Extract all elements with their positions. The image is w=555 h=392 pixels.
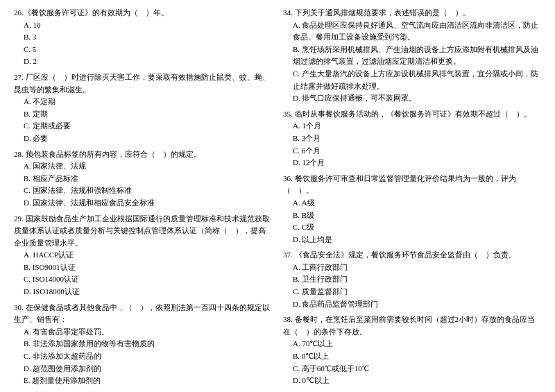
- question-36-title: 36. 餐饮服务许可审查和日常监督管理量化评价结果均为一般的，评为（ ）。: [283, 173, 541, 197]
- q37-option-b: B. 卫生行政部门: [283, 273, 541, 286]
- question-27-title: 27. 厂区应（ ）时进行除灭天害工作，要采取有效措施防止鼠类、蚊、蝇、昆虫等的…: [14, 71, 272, 96]
- question-29: 29. 国家鼓励食品生产加工企业根据国际通行的质量管理标准和技术规范获取质量体系…: [14, 213, 272, 298]
- question-28: 28. 预包装食品标签的所有内容，应符合（ ）的规定。 A. 国家法律、法规 B…: [14, 148, 272, 210]
- q38-option-b: B. 0℃以上: [283, 350, 541, 363]
- q34-option-c: C. 产生大量蒸汽的设备上方应加设机械排风排气装置，宜分隔或小间，防止结露并做好…: [283, 68, 541, 92]
- question-37: 37. 《食品安全法》规定，餐饮服务环节食品安全监督由（ ）负责。 A. 工商行…: [283, 249, 541, 310]
- q29-option-c: C. ISO14000认证: [14, 273, 272, 286]
- q38-option-c: C. 高于60℃或低于10℃: [283, 363, 541, 375]
- question-38-title: 38. 备餐时，在烹饪后至菜用前需要较长时间（超过2小时）存放的食品应当在（ ）…: [283, 314, 541, 338]
- question-34-title: 34. 下列关于通风排烟规范要求，表述错误的是（ ）。: [283, 7, 541, 19]
- q35-option-b: B. 3个月: [283, 133, 541, 145]
- q29-option-d: D. ISO18000认证: [14, 286, 272, 298]
- page-container: 26.《餐饮服务许可证》的有效期为（ ）年。 A. 10 B. 3 C. 5 D…: [0, 0, 555, 392]
- q30-option-d: D. 超范围使用添加剂的: [14, 363, 272, 375]
- q26-option-b: B. 3: [14, 31, 272, 44]
- question-26: 26.《餐饮服务许可证》的有效期为（ ）年。 A. 10 B. 3 C. 5 D…: [14, 7, 272, 68]
- question-30-title: 30. 在保健食品或者其他食品中，（ ），依照刑法第一百四十四条的规定以生产、销…: [14, 302, 272, 326]
- q27-option-d: D. 必要: [14, 133, 272, 145]
- q36-option-a: A. A级: [283, 197, 541, 210]
- q27-option-a: A. 不定期: [14, 96, 272, 108]
- q34-option-d: D. 排气口应保持通畅，可不装网罩。: [283, 92, 541, 105]
- q37-option-d: D. 食品药品监督管理部门: [283, 298, 541, 311]
- q38-option-a: A. 70℃以上: [283, 338, 541, 350]
- q34-option-a: A. 食品处理区应保持良好通风、空气流向应由清洁区流向非清洁区，防止食品、餐用加…: [283, 19, 541, 44]
- q26-option-a: A. 10: [14, 19, 272, 32]
- q26-option-d: D. 2: [14, 56, 272, 68]
- q34-option-b: B. 烹饪场所采用机械排风、产生油烟的设备上方应添加附有机械排风及油烟过滤的排气…: [283, 44, 541, 68]
- q29-option-a: A. HACCP认证: [14, 249, 272, 262]
- q28-option-b: B. 相应产品标准: [14, 173, 272, 185]
- q30-option-c: C. 非法添加太超药品的: [14, 350, 272, 363]
- question-36: 36. 餐饮服务许可审查和日常监督管理量化评价结果均为一般的，评为（ ）。 A.…: [283, 173, 541, 246]
- q37-option-a: A. 工商行政部门: [283, 262, 541, 274]
- q26-option-c: C. 5: [14, 44, 272, 56]
- question-35-title: 35. 临时从事餐饮服务活动的，《餐饮服务许可证》有效期不超过（ ）。: [283, 108, 541, 121]
- question-30: 30. 在保健食品或者其他食品中，（ ），依照刑法第一百四十四条的规定以生产、销…: [14, 302, 272, 387]
- q35-option-d: D. 12个月: [283, 157, 541, 169]
- q30-option-e: E. 超剂量使用添加剂的: [14, 375, 272, 387]
- column-right: 34. 下列关于通风排烟规范要求，表述错误的是（ ）。 A. 食品处理区应保持良…: [283, 7, 541, 392]
- q29-option-b: B. ISO9001认证: [14, 262, 272, 274]
- question-28-title: 28. 预包装食品标签的所有内容，应符合（ ）的规定。: [14, 148, 272, 161]
- q27-option-b: B. 定期: [14, 108, 272, 121]
- question-26-title: 26.《餐饮服务许可证》的有效期为（ ）年。: [14, 7, 272, 19]
- question-27: 27. 厂区应（ ）时进行除灭天害工作，要采取有效措施防止鼠类、蚊、蝇、昆虫等的…: [14, 71, 272, 145]
- q28-option-d: D. 国家法律、法规和相应食品安全标准: [14, 197, 272, 210]
- q37-option-c: C. 质量监督部门: [283, 286, 541, 298]
- q30-option-a: A. 有害食品罪定罪处罚。: [14, 326, 272, 339]
- question-37-title: 37. 《食品安全法》规定，餐饮服务环节食品安全监督由（ ）负责。: [283, 249, 541, 262]
- q27-option-c: C. 定期或必要: [14, 120, 272, 133]
- question-34: 34. 下列关于通风排烟规范要求，表述错误的是（ ）。 A. 食品处理区应保持良…: [283, 7, 541, 105]
- question-29-title: 29. 国家鼓励食品生产加工企业根据国际通行的质量管理标准和技术规范获取质量体系…: [14, 213, 272, 250]
- q28-option-a: A. 国家法律、法规: [14, 160, 272, 173]
- q35-option-a: A. 1个月: [283, 120, 541, 133]
- content-wrapper: 26.《餐饮服务许可证》的有效期为（ ）年。 A. 10 B. 3 C. 5 D…: [14, 7, 541, 392]
- q35-option-c: C. 6个月: [283, 145, 541, 157]
- q38-option-d: D. 0℃以上: [283, 375, 541, 387]
- q30-option-b: B. 非法添加国家禁用的物等有害物质的: [14, 338, 272, 350]
- question-35: 35. 临时从事餐饮服务活动的，《餐饮服务许可证》有效期不超过（ ）。 A. 1…: [283, 108, 541, 169]
- q36-option-d: D. 以上均是: [283, 234, 541, 246]
- q36-option-b: B. B级: [283, 210, 541, 222]
- q36-option-c: C. C级: [283, 221, 541, 234]
- column-left: 26.《餐饮服务许可证》的有效期为（ ）年。 A. 10 B. 3 C. 5 D…: [14, 7, 272, 392]
- q28-option-c: C. 国家法律、法规和强制性标准: [14, 185, 272, 197]
- question-38: 38. 备餐时，在烹饪后至菜用前需要较长时间（超过2小时）存放的食品应当在（ ）…: [283, 314, 541, 387]
